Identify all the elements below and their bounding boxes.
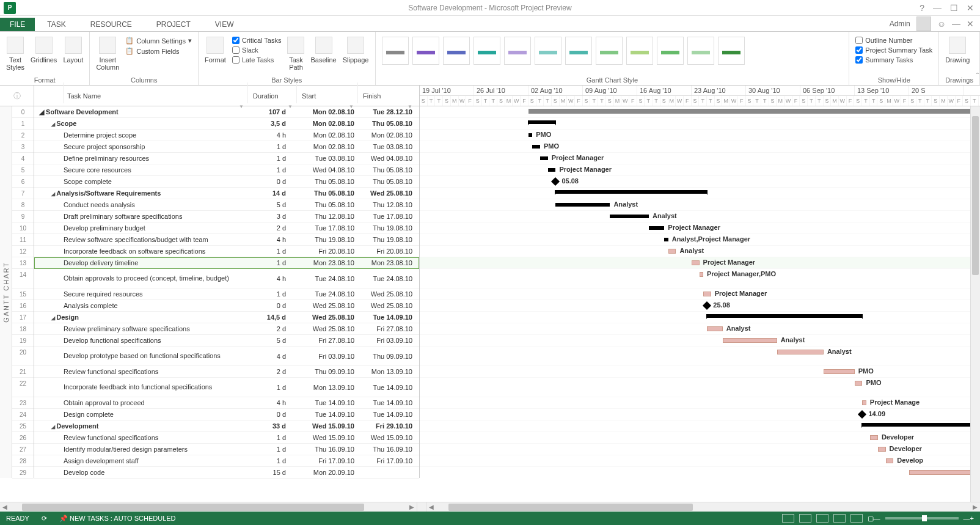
gantt-row[interactable]: Project Manager,PMO: [420, 269, 980, 288]
task-start-cell[interactable]: Wed 25.08.10: [297, 302, 358, 309]
gantt-row[interactable]: Analyst: [420, 335, 980, 347]
task-finish-cell[interactable]: Mon 13.09.10: [358, 368, 416, 375]
row-number[interactable]: 10: [12, 222, 34, 234]
task-start-cell[interactable]: Mon 13.09.10: [297, 384, 358, 391]
row-number[interactable]: 6: [12, 176, 34, 188]
task-finish-cell[interactable]: Tue 14.09.10: [358, 399, 416, 406]
task-name-cell[interactable]: Develop prototype based on functional sp…: [34, 352, 248, 360]
horizontal-scrollbar[interactable]: ◀▶ ◀▶: [0, 502, 980, 512]
task-finish-cell[interactable]: Wed 25.08.10: [358, 189, 416, 197]
task-duration-cell[interactable]: 4 h: [248, 399, 297, 406]
task-duration-cell[interactable]: 0 d: [248, 302, 297, 309]
task-duration-cell[interactable]: 3,5 d: [248, 120, 297, 127]
window-close-icon[interactable]: ✕: [967, 19, 974, 29]
task-finish-cell[interactable]: Tue 28.12.10: [358, 108, 416, 116]
gantt-row[interactable]: Analyst: [420, 199, 980, 211]
late-tasks-check[interactable]: Late Tasks: [232, 56, 282, 64]
task-duration-cell[interactable]: 1 d: [248, 457, 297, 464]
task-row[interactable]: Scope3,5 dMon 02.08.10Thu 05.08.10: [34, 118, 419, 130]
close-icon[interactable]: ✕: [967, 3, 974, 13]
task-table[interactable]: ◢ Software Development107 dMon 02.08.10T…: [34, 106, 419, 479]
task-row[interactable]: Define preliminary resources1 dTue 03.08…: [34, 153, 419, 164]
task-row[interactable]: Design14,5 dWed 25.08.10Tue 14.09.10: [34, 312, 419, 323]
task-finish-cell[interactable]: Wed 15.09.10: [358, 434, 416, 441]
col-start[interactable]: Start ▼: [297, 83, 358, 103]
task-name-cell[interactable]: Review functional specifications: [34, 368, 248, 375]
row-number[interactable]: 23: [12, 397, 34, 409]
task-start-cell[interactable]: Mon 20.09.10: [297, 469, 358, 476]
gantt-row[interactable]: Analyst: [420, 347, 980, 366]
text-styles-button[interactable]: Text Styles: [6, 34, 24, 71]
summary-tasks-check[interactable]: Summary Tasks: [855, 56, 932, 64]
task-finish-cell[interactable]: Tue 24.08.10: [358, 275, 416, 282]
summary-bar[interactable]: [528, 109, 980, 114]
task-row[interactable]: ◢ Software Development107 dMon 02.08.10T…: [34, 106, 419, 118]
row-number[interactable]: 0: [12, 106, 34, 118]
gantt-style-gallery[interactable]: [382, 34, 745, 65]
task-duration-cell[interactable]: 1 d: [248, 446, 297, 453]
task-row[interactable]: Review preliminary software specificatio…: [34, 323, 419, 335]
task-start-cell[interactable]: Tue 14.09.10: [297, 411, 358, 418]
task-row[interactable]: Review functional specifications2 dThu 0…: [34, 366, 419, 378]
task-name-cell[interactable]: Determine project scope: [34, 131, 248, 139]
view-task-icon[interactable]: [799, 514, 811, 523]
task-bar[interactable]: [703, 292, 711, 296]
task-bar[interactable]: [723, 338, 777, 343]
task-name-cell[interactable]: Review functional specifications: [34, 434, 248, 441]
summary-bar[interactable]: [862, 423, 980, 427]
task-row[interactable]: Analysis complete0 dWed 25.08.10Wed 25.0…: [34, 300, 419, 312]
vertical-scrollbar[interactable]: [970, 106, 980, 502]
baseline-button[interactable]: Baseline: [310, 34, 336, 64]
task-bar[interactable]: [824, 369, 855, 374]
drawing-button[interactable]: Drawing: [945, 34, 970, 64]
zoom-out-icon[interactable]: ▢—: [868, 515, 880, 523]
row-number[interactable]: 22: [12, 378, 34, 397]
task-name-cell[interactable]: Define preliminary resources: [34, 155, 248, 162]
gantt-row[interactable]: Analyst: [420, 211, 980, 222]
task-bar[interactable]: [668, 249, 676, 254]
task-start-cell[interactable]: Thu 09.09.10: [297, 368, 358, 375]
view-report-icon[interactable]: [850, 514, 863, 523]
task-duration-cell[interactable]: 4 h: [248, 236, 297, 243]
task-finish-cell[interactable]: Fri 03.09.10: [358, 337, 416, 344]
tab-view[interactable]: VIEW: [203, 18, 246, 31]
row-number[interactable]: 18: [12, 323, 34, 335]
project-summary-check[interactable]: Project Summary Task: [855, 46, 932, 54]
gantt-row[interactable]: Project Manage: [420, 397, 980, 409]
task-row[interactable]: Incorporate feedback into functional spe…: [34, 378, 419, 397]
tab-resource[interactable]: RESOURCE: [78, 18, 144, 31]
task-finish-cell[interactable]: Mon 02.08.10: [358, 131, 416, 139]
task-row[interactable]: Secure core resources1 dWed 04.08.10Thu …: [34, 164, 419, 176]
task-name-cell[interactable]: Obtain approval to proceed: [34, 399, 248, 406]
view-team-icon[interactable]: [816, 514, 828, 523]
task-row[interactable]: Develop code15 dMon 20.09.10: [34, 467, 419, 479]
avatar-icon[interactable]: [916, 17, 931, 31]
task-start-cell[interactable]: Mon 02.08.10: [297, 108, 358, 116]
tab-file[interactable]: FILE: [0, 18, 35, 31]
task-duration-cell[interactable]: 33 d: [248, 422, 297, 430]
task-row[interactable]: Secure required resources1 dTue 24.08.10…: [34, 288, 419, 300]
task-name-cell[interactable]: Obtain approvals to proceed (concept, ti…: [34, 274, 248, 282]
task-duration-cell[interactable]: 4 h: [248, 275, 297, 282]
task-duration-cell[interactable]: 107 d: [248, 108, 297, 116]
task-start-cell[interactable]: Tue 17.08.10: [297, 224, 358, 232]
task-finish-cell[interactable]: Thu 05.08.10: [358, 166, 416, 174]
task-duration-cell[interactable]: 4 d: [248, 353, 297, 360]
ribbon-min-icon[interactable]: —: [952, 19, 960, 29]
row-number[interactable]: 7: [12, 188, 34, 199]
task-duration-cell[interactable]: 4 h: [248, 131, 297, 139]
tab-task[interactable]: TASK: [35, 18, 78, 31]
task-finish-cell[interactable]: Tue 03.08.10: [358, 143, 416, 150]
task-start-cell[interactable]: Fri 20.08.10: [297, 248, 358, 255]
summary-bar[interactable]: [707, 314, 862, 318]
task-name-cell[interactable]: Develop code: [34, 469, 248, 476]
gantt-row[interactable]: [420, 420, 980, 432]
task-duration-cell[interactable]: 1 d: [248, 155, 297, 162]
maximize-icon[interactable]: ☐: [950, 3, 958, 13]
gantt-row[interactable]: 25.08: [420, 300, 980, 312]
view-resource-icon[interactable]: [833, 514, 846, 523]
status-newtasks[interactable]: 📌 NEW TASKS : AUTO SCHEDULED: [59, 515, 176, 523]
row-number[interactable]: 15: [12, 288, 34, 300]
task-start-cell[interactable]: Fri 27.08.10: [297, 337, 358, 344]
task-name-cell[interactable]: Develop preliminary budget: [34, 224, 248, 232]
